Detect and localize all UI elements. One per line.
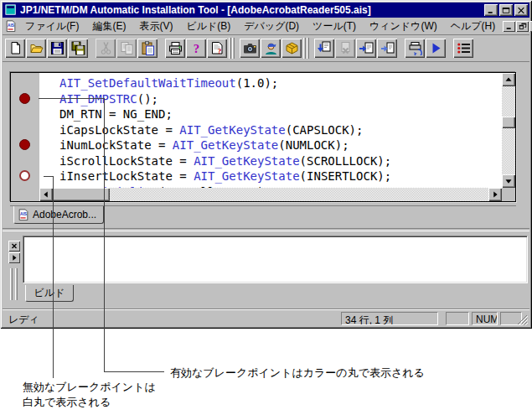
menu-bar: AIS ファイル(F)編集(E)表示(V)ビルド(B)デバッグ(D)ツール(T)… bbox=[3, 18, 529, 34]
app-window: JP1/NETM/DM Automatic Installation Tool … bbox=[0, 0, 532, 329]
context-help-button[interactable]: ? bbox=[207, 39, 227, 58]
status-message: レディ bbox=[8, 313, 39, 327]
vertical-scrollbar[interactable] bbox=[502, 73, 515, 188]
new-file-button[interactable] bbox=[5, 39, 25, 58]
screen-capture-button[interactable] bbox=[240, 39, 260, 58]
build-import-icon bbox=[359, 41, 374, 55]
copy-icon bbox=[120, 41, 134, 55]
maximize-button[interactable] bbox=[499, 4, 513, 16]
horizontal-scroll-thumb[interactable] bbox=[53, 188, 110, 201]
paste-button[interactable] bbox=[137, 39, 158, 58]
output-drag-grip[interactable] bbox=[10, 268, 13, 300]
menu-item[interactable]: ウィンドウ(W) bbox=[363, 18, 444, 35]
cut-button[interactable] bbox=[96, 39, 116, 58]
context-help-icon: ? bbox=[210, 41, 225, 55]
close-output-button[interactable] bbox=[8, 241, 20, 251]
output-drag-grip[interactable] bbox=[15, 268, 18, 300]
scroll-right-icon[interactable] bbox=[488, 188, 502, 201]
document-tab[interactable]: AIS AdobeAcrob... bbox=[13, 206, 104, 224]
help-button[interactable]: ? bbox=[186, 39, 206, 58]
close-icon bbox=[517, 7, 525, 14]
mdi-window-controls bbox=[502, 21, 532, 32]
scroll-left-icon[interactable] bbox=[39, 188, 53, 201]
code-editor[interactable]: AIT_SetDefaultWaitTimeout(1.0);AIT_DMPST… bbox=[10, 72, 516, 202]
menu-item[interactable]: デバッグ(D) bbox=[237, 18, 306, 35]
build-send-button[interactable] bbox=[377, 39, 397, 58]
toolbar-separator bbox=[89, 39, 96, 58]
mdi-minimize-button[interactable] bbox=[503, 21, 515, 32]
toolbar-grip[interactable] bbox=[229, 38, 237, 59]
svg-text:AIS: AIS bbox=[20, 212, 28, 216]
window-controls bbox=[483, 4, 528, 16]
panel-splitter[interactable] bbox=[3, 228, 529, 231]
code-text: AIT_GetKeyState bbox=[194, 154, 299, 168]
save-file-icon bbox=[50, 41, 65, 55]
menu-item[interactable]: ビルド(B) bbox=[179, 18, 237, 35]
build-import-button[interactable] bbox=[356, 39, 376, 58]
resize-grip[interactable] bbox=[517, 314, 528, 325]
save-all-button[interactable] bbox=[68, 39, 88, 58]
toolbar-separator bbox=[447, 39, 453, 58]
menu-item[interactable]: ヘルプ(H) bbox=[444, 18, 503, 35]
cut-icon bbox=[99, 41, 113, 55]
annotation-enabled-breakpoint: 有効なブレークポイントはカラーの丸で表示される bbox=[170, 366, 425, 381]
page: JP1/NETM/DM Automatic Installation Tool … bbox=[0, 0, 532, 420]
build-download-button[interactable] bbox=[314, 39, 334, 58]
expand-output-button[interactable] bbox=[8, 252, 20, 263]
toolbar: ?? bbox=[3, 34, 529, 62]
menu-item[interactable]: ツール(T) bbox=[306, 18, 363, 35]
breakpoint-marker-disabled[interactable] bbox=[19, 170, 30, 181]
code-text: AIT_DMPSTRC bbox=[59, 92, 137, 106]
breakpoint-gutter[interactable] bbox=[11, 73, 39, 201]
menu-item[interactable]: ファイル(F) bbox=[18, 18, 85, 35]
menu-item[interactable]: 表示(V) bbox=[132, 18, 179, 35]
code-text: (SCROLLLOCK); bbox=[300, 154, 392, 168]
code-text: AIT_GetKeyState bbox=[173, 138, 278, 152]
build-output-area[interactable] bbox=[23, 236, 528, 283]
code-text: AIT_GetKeyState bbox=[194, 169, 299, 183]
mdi-restore-button[interactable] bbox=[516, 21, 529, 32]
code-line: AIT_DMPSTRC(); bbox=[59, 91, 502, 107]
debug-output-button[interactable] bbox=[405, 39, 425, 58]
menu-item[interactable]: 編集(E) bbox=[85, 18, 132, 35]
copy-button[interactable] bbox=[116, 39, 137, 58]
num-lock-indicator: NUM bbox=[472, 312, 498, 325]
svg-text:AIS: AIS bbox=[8, 23, 15, 28]
app-icon[interactable] bbox=[5, 4, 17, 16]
restore-icon bbox=[519, 23, 527, 30]
status-panel-empty bbox=[446, 312, 469, 325]
build-output-tab[interactable]: ビルド bbox=[25, 285, 74, 302]
scroll-down-icon[interactable] bbox=[502, 174, 515, 188]
debug-output-icon bbox=[408, 41, 422, 55]
code-text: AIT_GetKeyState bbox=[179, 123, 285, 137]
close-button[interactable] bbox=[514, 4, 528, 16]
code-line: AIT_SetDefaultWaitTimeout(1.0); bbox=[59, 75, 502, 91]
maximize-icon bbox=[502, 7, 510, 14]
package-button[interactable] bbox=[281, 39, 302, 58]
open-file-button[interactable] bbox=[26, 39, 46, 58]
code-text: (CAPSLOCK); bbox=[286, 123, 364, 137]
open-file-icon bbox=[29, 41, 44, 55]
save-file-button[interactable] bbox=[47, 39, 67, 58]
breakpoint-list-button[interactable] bbox=[453, 39, 473, 58]
print-button[interactable] bbox=[165, 39, 185, 58]
toolbar-separator bbox=[158, 39, 165, 58]
document-icon[interactable]: AIS bbox=[5, 20, 17, 32]
build-send-icon bbox=[380, 41, 395, 55]
build-stop-button[interactable] bbox=[335, 39, 355, 58]
code-text: iCapsLockState = bbox=[59, 123, 179, 137]
code-area[interactable]: AIT_SetDefaultWaitTimeout(1.0);AIT_DMPST… bbox=[39, 73, 502, 188]
breakpoint-marker-enabled[interactable] bbox=[19, 93, 30, 104]
code-text: DM_RTN = NG_END; bbox=[59, 107, 173, 121]
scroll-up-icon[interactable] bbox=[502, 73, 515, 86]
minimize-button[interactable] bbox=[484, 4, 498, 16]
wizard-button[interactable] bbox=[261, 39, 281, 58]
vertical-scroll-thumb[interactable] bbox=[502, 117, 515, 128]
breakpoint-marker-enabled[interactable] bbox=[19, 139, 30, 150]
code-text: (INSERTLOCK); bbox=[300, 169, 392, 183]
run-button[interactable] bbox=[426, 39, 446, 58]
horizontal-scrollbar[interactable] bbox=[39, 188, 502, 201]
toolbar-grip[interactable] bbox=[303, 38, 312, 59]
code-line: DM_RTN = NG_END; bbox=[59, 106, 502, 122]
code-line: iInsertLockState = AIT_GetKeyState(INSER… bbox=[59, 169, 502, 184]
